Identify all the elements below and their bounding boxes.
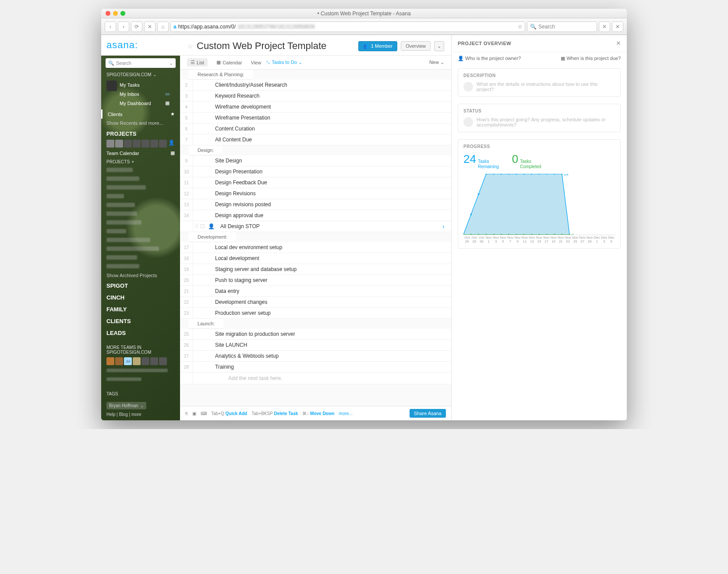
task-title[interactable]: Production server setup (193, 308, 451, 318)
share-button[interactable]: Share Asana (410, 409, 446, 418)
task-row[interactable]: 10Design Presentation (180, 166, 451, 177)
project-item[interactable] (101, 245, 180, 254)
task-row-selected[interactable]: ⠿☐👤All Design STOP› (180, 221, 451, 232)
task-title[interactable]: Keyword Research (193, 91, 451, 101)
stop-button[interactable]: ✕ (144, 21, 155, 32)
extension-button[interactable]: ✕ (612, 21, 623, 32)
status-box[interactable]: STATUS How's this project going? Any pro… (458, 104, 621, 132)
task-row[interactable]: 3Keyword Research (180, 91, 451, 102)
task-row[interactable]: 6Content Curation (180, 123, 451, 134)
task-title[interactable]: Push to staging server (193, 275, 451, 285)
project-item[interactable] (101, 210, 180, 218)
task-title[interactable]: Design revisions posted (193, 199, 451, 210)
project-item[interactable] (101, 227, 180, 236)
task-row[interactable]: 19Staging server and database setup (180, 264, 451, 275)
task-row[interactable]: 4Wireframe development (180, 102, 451, 113)
card-icon[interactable]: ▣ (192, 411, 196, 416)
project-item[interactable] (101, 175, 180, 183)
asana-logo[interactable]: asana: (101, 35, 180, 56)
task-title[interactable]: Analytics & Webtools setup (193, 351, 451, 361)
calendar-view-tab[interactable]: ▦Calendar (213, 58, 246, 67)
nav-my-tasks[interactable]: My Tasks (120, 81, 175, 89)
task-row[interactable]: 17Local dev environment setup (180, 242, 451, 253)
close-panel-icon[interactable]: × (616, 39, 621, 47)
task-row[interactable]: 18Local development (180, 253, 451, 264)
task-row[interactable]: 13Design revisions posted (180, 199, 451, 210)
task-title[interactable]: Local dev environment setup (193, 242, 451, 253)
team-leads[interactable]: LEADS (101, 327, 180, 339)
reload-button[interactable]: ⟳ (131, 21, 142, 32)
back-button[interactable]: ‹ (105, 21, 116, 32)
task-row[interactable]: 14Design approval due (180, 210, 451, 221)
project-item[interactable] (101, 192, 180, 201)
task-row[interactable]: 27Analytics & Webtools setup (180, 351, 451, 362)
more-shortcuts[interactable]: more... (339, 411, 353, 416)
keyboard-icon[interactable]: ⌨ (201, 411, 207, 416)
task-title[interactable]: Data entry (193, 286, 451, 296)
task-row[interactable]: 7All Content Due (180, 134, 451, 145)
task-row[interactable]: 11Design Feedback Due (180, 177, 451, 188)
reader-icon[interactable]: ⊕ (518, 24, 522, 30)
task-title[interactable]: Development changes (193, 297, 451, 307)
add-member-icon[interactable]: 👤 (168, 140, 175, 148)
task-title[interactable]: Design Presentation (193, 166, 451, 177)
task-row[interactable]: 20Push to staging server (180, 275, 451, 286)
task-title[interactable]: Staging server and database setup (193, 264, 451, 275)
project-item[interactable] (101, 254, 180, 262)
section-header[interactable]: Development: (189, 232, 236, 242)
team-family[interactable]: FAMILY (101, 303, 180, 315)
overview-button[interactable]: Overview (401, 41, 431, 51)
task-row[interactable]: 22Development changes (180, 297, 451, 308)
project-item[interactable] (101, 218, 180, 227)
project-owner-field[interactable]: 👤 Who is the project owner? (458, 56, 521, 61)
team-spigot[interactable]: SPIGOT (101, 280, 180, 292)
expand-icon[interactable]: ⎘ (185, 411, 188, 416)
address-bar[interactable]: a https://app.asana.com/0/ 1813128953786… (170, 21, 525, 32)
project-due-field[interactable]: ▦ When is this project due? (561, 56, 621, 61)
task-row[interactable]: 5Wireframe Presentation (180, 113, 451, 123)
workspace-selector[interactable]: SPIGOTDESIGN.COM ⌄ (101, 70, 180, 79)
section-header[interactable]: Research & Planning: (189, 70, 253, 80)
user-menu[interactable]: Bryan Hoffman⌄ (106, 402, 146, 409)
project-menu-button[interactable]: ⌄ (434, 41, 444, 51)
forward-button[interactable]: › (118, 21, 129, 32)
home-button[interactable]: ⌂ (157, 21, 169, 32)
star-icon[interactable]: ☆ (187, 42, 193, 50)
task-title[interactable]: Site Design (193, 155, 451, 166)
task-title[interactable]: All Content Due (193, 134, 451, 145)
task-title[interactable]: Client/Industry/Asset Research (193, 80, 451, 90)
task-title[interactable]: Local development (193, 253, 451, 264)
task-row[interactable]: 25Site migration to production server (180, 329, 451, 340)
members-button[interactable]: 👥 1 Member (358, 41, 398, 51)
task-title[interactable]: Site LAUNCH (193, 340, 451, 350)
details-arrow-icon[interactable]: › (442, 223, 451, 230)
show-recents[interactable]: Show Recents and more... (101, 119, 180, 127)
new-menu[interactable]: New ⌄ (429, 60, 444, 65)
team-cinch[interactable]: CINCH (101, 292, 180, 303)
task-title[interactable]: Design Feedback Due (193, 177, 451, 188)
show-archived[interactable]: Show Archived Projects (101, 271, 180, 280)
task-title[interactable]: Wireframe Presentation (193, 113, 451, 123)
description-box[interactable]: DESCRIPTION What are the details or inst… (458, 68, 621, 97)
task-row[interactable]: 21Data entry (180, 286, 451, 297)
add-task-placeholder[interactable]: Add the next task here. (193, 373, 286, 384)
team-clients[interactable]: CLIENTS (101, 315, 180, 327)
sidebar-search[interactable]: 🔍 Search ⌄ (106, 58, 176, 68)
project-item[interactable] (101, 183, 180, 192)
tasks-filter[interactable]: ˢₓ Tasks to Do ⌄ (266, 60, 302, 65)
task-title[interactable]: Design approval due (193, 210, 451, 221)
section-header[interactable]: Launch: (189, 319, 223, 329)
footer-links[interactable]: Help | Blog | more (106, 412, 175, 417)
add-project-icon[interactable]: + (131, 159, 134, 164)
task-row[interactable]: 28Training (180, 362, 451, 373)
task-title[interactable]: Design Revisions (193, 188, 451, 199)
task-list[interactable]: Research & Planning:2Client/Industry/Ass… (180, 70, 451, 406)
task-title[interactable]: All Design STOP (216, 221, 442, 232)
task-title[interactable]: Training (193, 362, 451, 372)
project-title[interactable]: Custom Web Project Template (197, 40, 355, 52)
task-row[interactable]: 12Design Revisions (180, 188, 451, 199)
task-row[interactable]: 2Client/Industry/Asset Research (180, 80, 451, 91)
project-item[interactable] (101, 166, 180, 175)
assignee-icon[interactable]: 👤 (208, 223, 216, 229)
task-row[interactable]: 26Site LAUNCH (180, 340, 451, 351)
